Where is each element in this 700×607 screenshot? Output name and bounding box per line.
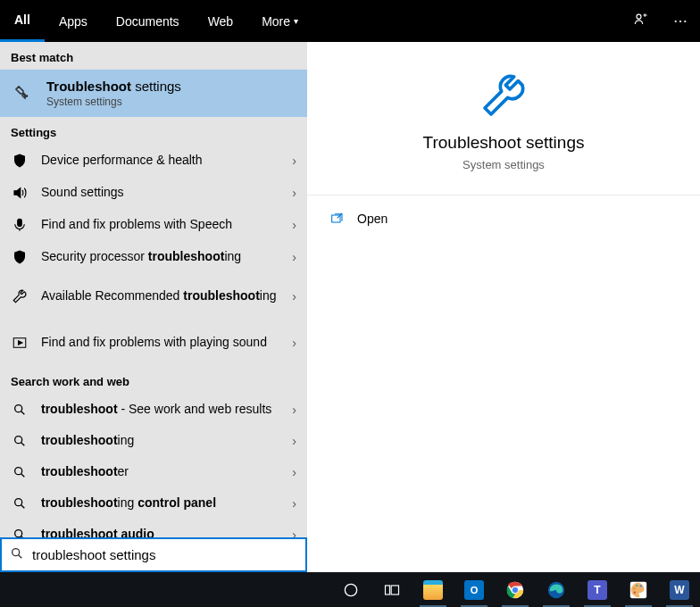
- svg-line-10: [21, 504, 25, 508]
- search-icon: [2, 546, 32, 564]
- result-best-match[interactable]: Troubleshoot settings System settings: [0, 70, 307, 117]
- taskbar-taskview-icon[interactable]: [371, 572, 412, 607]
- result-label: Sound settings: [41, 185, 279, 201]
- svg-point-14: [12, 548, 20, 555]
- chevron-right-icon: ›: [292, 250, 296, 264]
- svg-line-15: [19, 554, 22, 558]
- web-suggestion[interactable]: troubleshooter›: [0, 456, 307, 487]
- more-options-icon[interactable]: ⋯: [668, 12, 693, 29]
- svg-point-9: [15, 498, 22, 505]
- tab-web[interactable]: Web: [194, 0, 248, 42]
- wrench-icon: [479, 71, 529, 121]
- play-icon: [11, 335, 29, 351]
- taskbar-file-explorer-icon[interactable]: [412, 572, 454, 607]
- open-action[interactable]: Open: [307, 195, 700, 242]
- result-label: Device performance & health: [41, 153, 279, 169]
- search-box[interactable]: [0, 537, 307, 572]
- result-label: Find and fix problems with playing sound: [41, 335, 279, 351]
- sound-icon: [11, 185, 29, 201]
- result-label: Find and fix problems with Speech: [41, 217, 279, 233]
- taskbar-word-icon[interactable]: W: [659, 572, 700, 607]
- svg-rect-17: [386, 586, 390, 595]
- svg-rect-18: [391, 586, 398, 595]
- web-suggestion[interactable]: troubleshoot - See work and web results›: [0, 394, 307, 425]
- wrench-icon: [11, 81, 36, 106]
- tab-more-label: More: [262, 14, 290, 29]
- svg-point-7: [15, 467, 22, 474]
- chevron-right-icon: ›: [292, 496, 296, 511]
- chevron-right-icon: ›: [292, 289, 296, 304]
- settings-result[interactable]: Sound settings›: [0, 177, 307, 209]
- svg-point-25: [636, 584, 638, 586]
- best-match-title: Troubleshoot settings: [46, 79, 181, 94]
- svg-point-3: [15, 404, 22, 412]
- suggestion-label: troubleshooting control panel: [41, 495, 279, 511]
- section-search-work-web: Search work and web: [0, 366, 307, 394]
- svg-line-8: [21, 473, 25, 477]
- shield-icon: [11, 153, 29, 169]
- svg-point-24: [633, 586, 636, 589]
- open-label: Open: [357, 212, 388, 226]
- chevron-right-icon: ›: [292, 403, 296, 417]
- suggestion-label: troubleshooter: [41, 464, 279, 480]
- wrench-icon: [11, 288, 29, 304]
- section-settings: Settings: [0, 117, 307, 145]
- tab-documents[interactable]: Documents: [102, 0, 194, 42]
- chevron-right-icon: ›: [292, 434, 296, 448]
- search-icon: [11, 465, 29, 479]
- chevron-right-icon: ›: [292, 154, 296, 168]
- detail-subtitle: System settings: [307, 158, 700, 171]
- search-input[interactable]: [32, 547, 305, 562]
- web-suggestion[interactable]: troubleshooting›: [0, 425, 307, 456]
- suggestion-label: troubleshoot - See work and web results: [41, 402, 279, 418]
- detail-title: Troubleshoot settings: [307, 133, 700, 153]
- taskbar-outlook-icon[interactable]: O: [454, 572, 495, 607]
- section-best-match: Best match: [0, 42, 307, 70]
- search-icon: [11, 403, 29, 417]
- svg-line-6: [21, 442, 25, 445]
- search-icon: [11, 496, 29, 511]
- chevron-right-icon: ›: [292, 186, 296, 200]
- results-list: Best match Troubleshoot settings System …: [0, 42, 307, 572]
- open-icon: [329, 212, 345, 226]
- suggestion-label: troubleshooting: [41, 433, 279, 449]
- search-scope-tabs: All Apps Documents Web More ▾ ⋯: [0, 0, 700, 42]
- settings-result[interactable]: Find and fix problems with playing sound…: [0, 320, 307, 366]
- best-match-subtitle: System settings: [46, 96, 181, 108]
- shield-icon: [11, 249, 29, 265]
- chevron-right-icon: ›: [292, 465, 296, 479]
- result-detail-pane: Troubleshoot settings System settings Op…: [307, 42, 700, 572]
- svg-point-5: [15, 436, 22, 443]
- tab-apps[interactable]: Apps: [45, 0, 102, 42]
- svg-point-26: [639, 585, 642, 587]
- taskbar-chrome-icon[interactable]: [495, 572, 536, 607]
- settings-result[interactable]: Find and fix problems with Speech›: [0, 209, 307, 241]
- svg-point-0: [637, 14, 641, 19]
- svg-point-27: [634, 591, 637, 594]
- svg-line-4: [21, 411, 25, 414]
- caret-down-icon: ▾: [294, 16, 298, 26]
- tab-all[interactable]: All: [0, 0, 45, 42]
- chevron-right-icon: ›: [292, 336, 296, 350]
- taskbar-cortana-icon[interactable]: [330, 572, 371, 607]
- feedback-icon[interactable]: [629, 11, 654, 32]
- search-icon: [11, 434, 29, 448]
- taskbar-teams-icon[interactable]: T: [577, 572, 618, 607]
- svg-rect-1: [18, 219, 22, 226]
- settings-result[interactable]: Device performance & health›: [0, 145, 307, 177]
- taskbar-paint-icon[interactable]: [618, 572, 659, 607]
- result-label: Security processor troubleshooting: [41, 249, 279, 265]
- settings-result[interactable]: Available Recommended troubleshooting›: [0, 273, 307, 320]
- tab-more[interactable]: More ▾: [247, 0, 312, 42]
- result-label: Available Recommended troubleshooting: [41, 288, 279, 304]
- taskbar-edge-icon[interactable]: [536, 572, 577, 607]
- chevron-right-icon: ›: [292, 218, 296, 232]
- svg-point-16: [345, 584, 356, 595]
- taskbar: O T W: [0, 572, 700, 607]
- web-suggestion[interactable]: troubleshooting control panel›: [0, 487, 307, 519]
- settings-result[interactable]: Security processor troubleshooting›: [0, 241, 307, 273]
- svg-point-11: [15, 529, 22, 536]
- mic-icon: [11, 217, 29, 233]
